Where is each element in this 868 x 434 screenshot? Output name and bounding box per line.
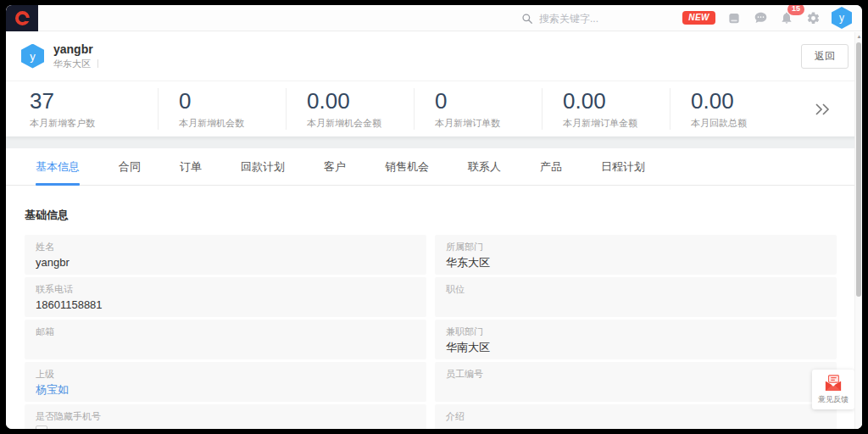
bell-icon[interactable]: 15 (779, 10, 794, 25)
field-label: 兼职部门 (446, 326, 826, 337)
profile-header: y yangbr 华东大区 返回 (6, 31, 862, 81)
field-value: 18601158881 (36, 298, 415, 312)
field-phone: 联系电话 18601158881 (25, 277, 426, 317)
stat-label: 本月新增客户数 (30, 117, 158, 130)
stat-label: 本月新增机会金额 (307, 117, 414, 130)
field-employee-id: 员工编号 (435, 362, 837, 402)
field-label: 联系电话 (36, 283, 415, 295)
profile-department: 华东大区 (53, 58, 91, 70)
field-department: 所属部门 华东大区 (435, 235, 837, 275)
field-value: 华南大区 (446, 340, 826, 354)
section-title: 基础信息 (25, 208, 837, 223)
field-label: 邮箱 (36, 326, 415, 337)
tab-contacts[interactable]: 联系人 (468, 148, 501, 186)
feedback-widget[interactable]: 意见反馈 (812, 370, 854, 409)
field-label: 上级 (36, 368, 415, 380)
field-supervisor: 上级 杨宝如 (25, 362, 426, 402)
divider (97, 59, 98, 68)
field-value: yangbr (36, 255, 415, 270)
tab-customers[interactable]: 客户 (324, 148, 346, 186)
stat-new-orders: 0 本月新增订单数 (414, 88, 542, 130)
field-hide-phone: 是否隐藏手机号 (25, 404, 426, 429)
field-name: 姓名 yangbr (25, 235, 426, 275)
detail-tabs: 基本信息 合同 订单 回款计划 客户 销售机会 联系人 产品 日程计划 (6, 148, 862, 186)
stat-payment-total: 0.00 本月回款总额 (670, 88, 798, 130)
feedback-label: 意见反馈 (818, 394, 849, 405)
stat-value: 37 (30, 88, 158, 114)
field-label: 介绍 (446, 410, 826, 422)
stat-label: 本月新增机会数 (179, 117, 286, 130)
tab-payment-plans[interactable]: 回款计划 (241, 148, 285, 186)
profile-identity: yangbr 华东大区 (53, 42, 98, 70)
field-grid: 姓名 yangbr 所属部门 华东大区 联系电话 18601158881 职位 … (25, 235, 837, 429)
field-label: 姓名 (36, 241, 415, 253)
stat-value: 0 (435, 88, 542, 114)
notification-count-badge: 15 (787, 5, 804, 15)
chat-icon[interactable] (753, 10, 768, 25)
vertical-scrollbar[interactable]: ▲ (854, 32, 862, 429)
stat-label: 本月新增订单数 (435, 117, 542, 130)
tab-basic-info[interactable]: 基本信息 (36, 148, 80, 186)
gear-icon[interactable] (805, 10, 821, 25)
stat-value: 0 (179, 88, 286, 114)
tab-contracts[interactable]: 合同 (119, 148, 141, 186)
spacer (6, 136, 862, 148)
app-logo[interactable] (6, 5, 38, 31)
stat-label: 本月回款总额 (691, 117, 798, 130)
stat-opportunity-amount: 0.00 本月新增机会金额 (286, 88, 414, 130)
field-position: 职位 (435, 277, 837, 317)
topbar-actions: NEW 15 (682, 7, 862, 29)
search-icon (521, 13, 533, 25)
stat-value: 0.00 (563, 88, 670, 114)
field-email: 邮箱 (25, 320, 426, 359)
topbar: NEW 15 (6, 5, 862, 31)
profile-avatar: y (21, 44, 44, 69)
scrollbar-thumb[interactable] (856, 42, 861, 297)
workspace-icon[interactable] (726, 10, 742, 25)
tab-products[interactable]: 产品 (540, 148, 562, 186)
stat-new-opportunities: 0 本月新增机会数 (158, 88, 286, 130)
profile-name: yangbr (53, 42, 98, 56)
user-avatar[interactable]: y (832, 7, 852, 29)
logo-c-icon (15, 11, 30, 25)
search-input[interactable] (539, 13, 666, 25)
field-value: 华东大区 (446, 255, 826, 270)
field-label: 职位 (446, 283, 826, 295)
envelope-icon (824, 375, 843, 392)
stat-value: 0.00 (691, 88, 798, 114)
field-introduction: 介绍 (435, 404, 837, 429)
field-label: 是否隐藏手机号 (36, 410, 415, 422)
tab-schedule[interactable]: 日程计划 (601, 148, 645, 186)
new-badge[interactable]: NEW (682, 11, 715, 25)
stat-value: 0.00 (307, 88, 414, 114)
scroll-up-icon[interactable]: ▲ (856, 34, 862, 39)
stat-order-amount: 0.00 本月新增订单金额 (542, 88, 670, 130)
field-label: 员工编号 (446, 368, 826, 380)
tab-sales-opportunities[interactable]: 销售机会 (385, 148, 429, 186)
global-search[interactable] (521, 5, 666, 31)
back-button[interactable]: 返回 (801, 44, 849, 69)
field-label: 所属部门 (446, 241, 826, 253)
field-secondary-department: 兼职部门 华南大区 (435, 320, 837, 359)
app-window: NEW 15 (6, 5, 862, 429)
double-chevron-right-icon[interactable] (813, 103, 832, 116)
hide-phone-checkbox[interactable] (36, 426, 47, 429)
stat-new-customers: 37 本月新增客户数 (30, 88, 158, 130)
tab-orders[interactable]: 订单 (180, 148, 202, 186)
supervisor-link[interactable]: 杨宝如 (36, 382, 415, 397)
basic-info-panel: 基础信息 姓名 yangbr 所属部门 华东大区 联系电话 1860115888… (6, 186, 862, 429)
stat-label: 本月新增订单金额 (563, 117, 670, 130)
stats-bar: 37 本月新增客户数 0 本月新增机会数 0.00 本月新增机会金额 0 本月新… (6, 81, 862, 136)
